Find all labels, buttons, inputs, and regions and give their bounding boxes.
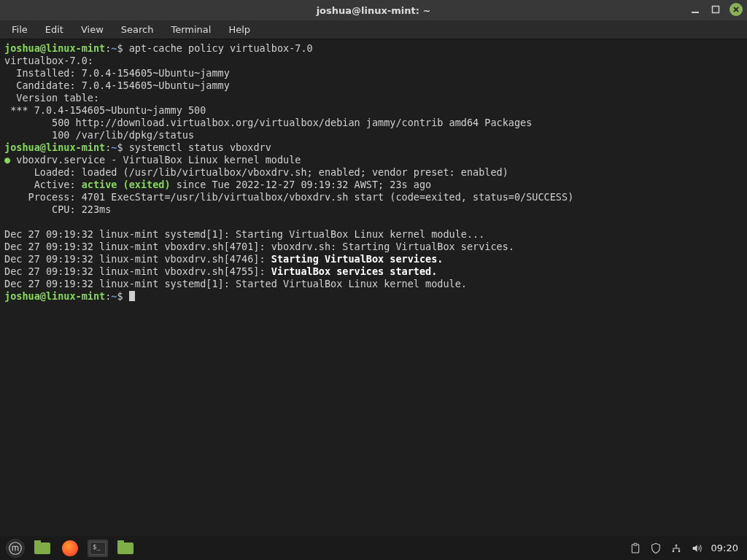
firefox-launcher[interactable] xyxy=(60,540,80,557)
service-active-value: active (exited) xyxy=(82,179,171,190)
maximize-button[interactable] xyxy=(709,3,722,16)
command-1: apt-cache policy virtualbox-7.0 xyxy=(129,42,313,54)
apt-line-5: *** 7.0.4-154605~Ubuntu~jammy 500 xyxy=(4,104,206,116)
prompt-userhost: joshua@linux-mint xyxy=(4,42,105,54)
service-header: vboxdrv.service - VirtualBox Linux kerne… xyxy=(10,154,301,166)
minimize-button[interactable] xyxy=(689,3,702,16)
apt-line-4: Version table: xyxy=(4,92,99,104)
service-active-rest: since Tue 2022-12-27 09:19:32 AWST; 23s … xyxy=(171,179,432,190)
journal-line-4-prefix: Dec 27 09:19:32 linux-mint vboxdrv.sh[47… xyxy=(4,265,271,277)
apt-line-1: virtualbox-7.0: xyxy=(4,55,93,66)
taskbar-left xyxy=(6,539,136,558)
prompt-sigil: $ xyxy=(117,141,123,153)
apt-line-3: Candidate: 7.0.4-154605~Ubuntu~jammy xyxy=(4,79,230,91)
menu-terminal[interactable]: Terminal xyxy=(163,22,218,37)
journal-line-2: Dec 27 09:19:32 linux-mint vboxdrv.sh[47… xyxy=(4,241,514,252)
start-menu-button[interactable] xyxy=(6,539,25,558)
menu-search[interactable]: Search xyxy=(114,22,161,37)
terminal-task[interactable] xyxy=(88,540,108,557)
titlebar: joshua@linux-mint: ~ xyxy=(0,0,747,20)
clipboard-icon[interactable] xyxy=(630,542,641,554)
taskbar-right: 09:20 xyxy=(630,542,741,554)
journal-line-3-prefix: Dec 27 09:19:32 linux-mint vboxdrv.sh[47… xyxy=(4,253,271,265)
journal-line-4-bold: VirtualBox services started. xyxy=(271,265,438,277)
close-button[interactable] xyxy=(729,3,743,16)
journal-line-1: Dec 27 09:19:32 linux-mint systemd[1]: S… xyxy=(4,228,484,240)
window-controls xyxy=(689,3,743,16)
status-bullet: ● xyxy=(4,154,10,166)
svg-point-7 xyxy=(678,550,680,552)
clock[interactable]: 09:20 xyxy=(711,542,741,553)
service-loaded: Loaded: loaded (/usr/lib/virtualbox/vbox… xyxy=(4,166,508,178)
apt-line-2: Installed: 7.0.4-154605~Ubuntu~jammy xyxy=(4,67,230,79)
apt-line-7: 100 /var/lib/dpkg/status xyxy=(4,129,194,141)
menu-edit[interactable]: Edit xyxy=(38,22,71,37)
folder-icon xyxy=(117,542,133,554)
shield-icon[interactable] xyxy=(650,542,662,554)
taskbar: 09:20 xyxy=(0,536,747,560)
cursor xyxy=(129,291,135,301)
menu-file[interactable]: File xyxy=(4,22,35,37)
firefox-icon xyxy=(62,540,78,556)
terminal-body[interactable]: joshua@linux-mint:~$ apt-cache policy vi… xyxy=(0,39,747,536)
service-cpu: CPU: 223ms xyxy=(4,203,111,215)
show-desktop-button[interactable] xyxy=(32,540,53,557)
svg-rect-5 xyxy=(634,543,637,545)
desktop-icon xyxy=(34,542,50,554)
service-active-label: Active: xyxy=(4,179,82,190)
prompt-userhost: joshua@linux-mint xyxy=(4,141,105,153)
prompt-sigil: $ xyxy=(117,42,123,54)
network-icon[interactable] xyxy=(670,542,682,554)
menu-help[interactable]: Help xyxy=(221,22,258,37)
menu-view[interactable]: View xyxy=(74,22,111,37)
prompt-userhost: joshua@linux-mint xyxy=(4,290,105,302)
terminal-window: joshua@linux-mint: ~ File Edit View Sear… xyxy=(0,0,747,536)
command-2: systemctl status vboxdrv xyxy=(129,141,271,153)
svg-point-8 xyxy=(675,544,677,546)
journal-line-5: Dec 27 09:19:32 linux-mint systemd[1]: S… xyxy=(4,278,467,289)
service-process: Process: 4701 ExecStart=/usr/lib/virtual… xyxy=(4,191,573,203)
menubar: File Edit View Search Terminal Help xyxy=(0,20,747,39)
volume-icon[interactable] xyxy=(691,542,703,554)
svg-point-6 xyxy=(672,550,674,552)
svg-rect-1 xyxy=(713,7,719,13)
apt-line-6: 500 http://download.virtualbox.org/virtu… xyxy=(4,117,532,128)
svg-rect-0 xyxy=(692,12,699,13)
prompt-sigil: $ xyxy=(117,290,123,302)
window-title: joshua@linux-mint: ~ xyxy=(317,5,431,16)
files-launcher[interactable] xyxy=(115,540,136,557)
journal-line-3-bold: Starting VirtualBox services. xyxy=(271,253,444,265)
terminal-icon xyxy=(90,542,106,555)
